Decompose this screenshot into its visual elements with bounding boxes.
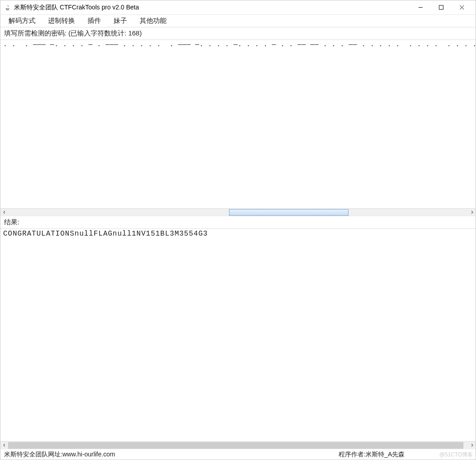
titlebar: 米斯特安全团队 CTFCrakTools pro v2.0 Beta <box>0 0 476 15</box>
status-url: 米斯特安全团队网址:www.hi-ourlife.com <box>4 451 339 459</box>
java-app-icon <box>4 4 11 11</box>
result-scroll-track[interactable] <box>8 442 468 449</box>
minimize-button[interactable] <box>410 1 431 14</box>
result-panel <box>0 229 476 449</box>
window-controls <box>410 1 472 14</box>
input-scroll-thumb[interactable] <box>229 209 348 216</box>
maximize-button[interactable] <box>431 1 451 14</box>
result-label: 结果: <box>0 216 476 229</box>
app-window: 米斯特安全团队 CTFCrakTools pro v2.0 Beta 解码方式 … <box>0 0 476 460</box>
close-button[interactable] <box>451 1 472 14</box>
scroll-left-icon[interactable] <box>0 442 8 449</box>
watermark: @51CTO博客 <box>439 451 473 459</box>
content-area: 填写所需检测的密码: (已输入字符数统计: 168) 结果: <box>0 27 476 449</box>
scroll-right-icon[interactable] <box>468 442 476 449</box>
scroll-left-icon[interactable] <box>0 209 8 216</box>
menu-girl[interactable]: 妹子 <box>107 15 133 26</box>
input-scroll-track[interactable] <box>8 209 468 216</box>
status-author: 程序作者:米斯特_A先森 <box>339 451 405 459</box>
input-label: 填写所需检测的密码: (已输入字符数统计: 168) <box>0 27 476 40</box>
menu-base-convert[interactable]: 进制转换 <box>42 15 81 26</box>
result-hscrollbar <box>0 441 476 449</box>
window-title: 米斯特安全团队 CTFCrakTools pro v2.0 Beta <box>14 4 410 12</box>
svg-rect-1 <box>439 5 443 9</box>
menubar: 解码方式 进制转换 插件 妹子 其他功能 <box>0 15 476 27</box>
menu-plugins[interactable]: 插件 <box>81 15 107 26</box>
menu-decode[interactable]: 解码方式 <box>2 15 42 26</box>
scroll-right-icon[interactable] <box>468 209 476 216</box>
result-output[interactable] <box>0 229 476 441</box>
menu-other[interactable]: 其他功能 <box>133 15 173 26</box>
password-input[interactable] <box>0 40 476 209</box>
input-hscrollbar <box>0 208 476 216</box>
result-scroll-thumb[interactable] <box>8 442 463 449</box>
statusbar: 米斯特安全团队网址:www.hi-ourlife.com 程序作者:米斯特_A先… <box>0 449 476 460</box>
input-panel <box>0 40 476 216</box>
